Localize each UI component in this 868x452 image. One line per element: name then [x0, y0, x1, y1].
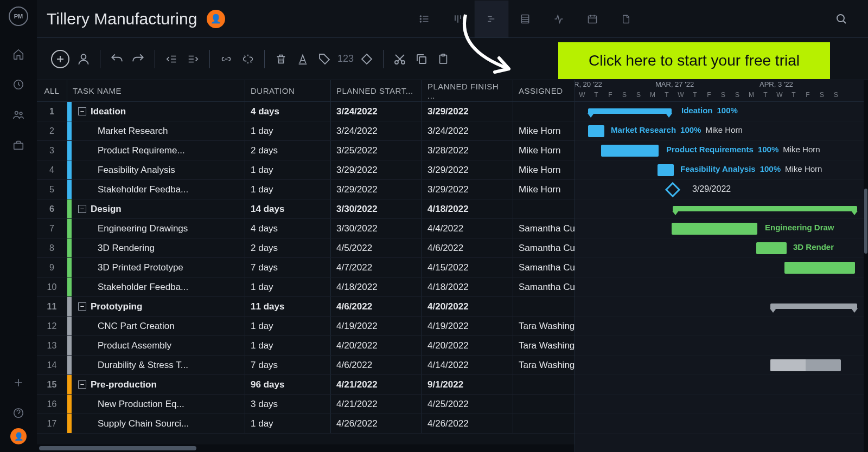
- task-name-cell[interactable]: Engineering Drawings: [72, 219, 245, 238]
- duration-cell[interactable]: 96 days: [245, 375, 331, 394]
- delete-button[interactable]: [270, 48, 292, 70]
- planned-finish-cell[interactable]: 4/25/2022: [422, 395, 513, 414]
- table-row[interactable]: 10 Stakeholder Feedba... 1 day 4/18/2022…: [37, 277, 575, 297]
- gantt-lane[interactable]: [575, 258, 868, 277]
- user-avatar-bottom[interactable]: 👤: [10, 428, 27, 444]
- gantt-lane[interactable]: Engineering Draw: [575, 219, 868, 238]
- planned-finish-cell[interactable]: 3/28/2022: [422, 141, 513, 160]
- user-avatar-header[interactable]: 👤: [207, 10, 225, 28]
- planned-finish-cell[interactable]: 4/14/2022: [422, 356, 513, 374]
- task-name-cell[interactable]: −Prototyping: [72, 297, 245, 316]
- gantt-bar[interactable]: [673, 206, 857, 211]
- duration-cell[interactable]: 11 days: [245, 297, 331, 316]
- gantt-lane[interactable]: Feasibility Analysis100%Mike Horn: [575, 160, 868, 180]
- duration-cell[interactable]: 1 day: [245, 414, 331, 433]
- gantt-lane[interactable]: [575, 395, 868, 414]
- copy-button[interactable]: [411, 48, 432, 70]
- table-row[interactable]: 13 Product Assembly 1 day 4/20/2022 4/20…: [37, 336, 575, 356]
- assigned-cell[interactable]: Tara Washing: [513, 336, 575, 355]
- planned-start-cell[interactable]: 4/6/2022: [331, 297, 422, 316]
- planned-finish-cell[interactable]: 4/4/2022: [422, 219, 513, 238]
- planned-start-cell[interactable]: 4/5/2022: [331, 238, 422, 257]
- gantt-lane[interactable]: Ideation100%: [575, 102, 868, 121]
- add-task-button[interactable]: [51, 50, 69, 68]
- planned-finish-cell[interactable]: 3/29/2022: [422, 160, 513, 179]
- table-row[interactable]: 15 −Pre-production 96 days 4/21/2022 9/1…: [37, 375, 575, 395]
- duration-cell[interactable]: 1 day: [245, 121, 331, 140]
- task-name-cell[interactable]: 3D Rendering: [72, 238, 245, 257]
- gantt-lane[interactable]: [575, 336, 868, 356]
- duration-cell[interactable]: 1 day: [245, 336, 331, 355]
- col-planned-start[interactable]: PLANNED START...: [331, 80, 422, 101]
- assigned-cell[interactable]: [513, 102, 575, 121]
- duration-cell[interactable]: 7 days: [245, 356, 331, 374]
- assigned-cell[interactable]: Samantha Cu: [513, 219, 575, 238]
- col-assigned[interactable]: ASSIGNED: [513, 80, 575, 101]
- table-row[interactable]: 14 Durability & Stress T... 7 days 4/6/2…: [37, 356, 575, 375]
- duration-cell[interactable]: 1 day: [245, 277, 331, 296]
- assigned-cell[interactable]: [513, 375, 575, 394]
- view-activity-icon[interactable]: [542, 1, 576, 37]
- gantt-bar[interactable]: [658, 164, 674, 176]
- view-sheet-icon[interactable]: [508, 1, 542, 37]
- view-gantt-icon[interactable]: [475, 1, 508, 37]
- planned-start-cell[interactable]: 4/6/2022: [331, 356, 422, 374]
- task-name-cell[interactable]: Durability & Stress T...: [72, 356, 245, 374]
- logo-icon[interactable]: PM: [9, 7, 28, 26]
- assigned-cell[interactable]: Mike Horn: [513, 160, 575, 179]
- planned-start-cell[interactable]: 3/24/2022: [331, 121, 422, 140]
- duration-cell[interactable]: 1 day: [245, 180, 331, 199]
- gantt-lane[interactable]: 3/29/2022: [575, 180, 868, 199]
- planned-start-cell[interactable]: 3/29/2022: [331, 180, 422, 199]
- planned-finish-cell[interactable]: 3/24/2022: [422, 121, 513, 140]
- add-icon[interactable]: [8, 372, 29, 393]
- planned-start-cell[interactable]: 4/21/2022: [331, 375, 422, 394]
- gantt-lane[interactable]: 3D Render: [575, 238, 868, 258]
- gantt-lane[interactable]: Product Requirements100%Mike Horn: [575, 141, 868, 160]
- search-icon[interactable]: [825, 1, 858, 37]
- task-name-cell[interactable]: −Ideation: [72, 102, 245, 121]
- planned-start-cell[interactable]: 4/26/2022: [331, 414, 422, 433]
- task-name-cell[interactable]: Stakeholder Feedba...: [72, 277, 245, 296]
- assigned-cell[interactable]: Tara Washing: [513, 317, 575, 335]
- col-task-name[interactable]: TASK NAME: [67, 80, 245, 101]
- collapse-icon[interactable]: −: [78, 205, 86, 213]
- milestone-button[interactable]: [356, 48, 378, 70]
- assigned-cell[interactable]: Mike Horn: [513, 141, 575, 160]
- planned-finish-cell[interactable]: 4/20/2022: [422, 297, 513, 316]
- gantt-bar[interactable]: [588, 108, 672, 114]
- table-row[interactable]: 4 Feasibility Analysis 1 day 3/29/2022 3…: [37, 160, 575, 180]
- view-calendar-icon[interactable]: [576, 1, 609, 37]
- undo-button[interactable]: [106, 48, 127, 70]
- task-name-cell[interactable]: −Design: [72, 199, 245, 218]
- planned-start-cell[interactable]: 4/19/2022: [331, 317, 422, 335]
- vertical-scrollbar[interactable]: [864, 80, 868, 452]
- task-name-cell[interactable]: Supply Chain Sourci...: [72, 414, 245, 433]
- planned-start-cell[interactable]: 3/24/2022: [331, 102, 422, 121]
- duration-cell[interactable]: 14 days: [245, 199, 331, 218]
- collapse-icon[interactable]: −: [78, 107, 86, 115]
- table-row[interactable]: 16 New Production Eq... 3 days 4/21/2022…: [37, 395, 575, 414]
- planned-finish-cell[interactable]: 4/6/2022: [422, 238, 513, 257]
- duration-cell[interactable]: 1 day: [245, 317, 331, 335]
- cut-button[interactable]: [389, 48, 411, 70]
- indent-button[interactable]: [182, 48, 204, 70]
- gantt-lane[interactable]: [575, 277, 868, 297]
- gantt-lane[interactable]: [575, 297, 868, 317]
- task-name-cell[interactable]: CNC Part Creation: [72, 317, 245, 335]
- planned-start-cell[interactable]: 4/7/2022: [331, 258, 422, 277]
- assigned-cell[interactable]: Samantha Cu: [513, 258, 575, 277]
- collapse-icon[interactable]: −: [78, 380, 86, 389]
- gantt-lane[interactable]: [575, 414, 868, 434]
- gantt-bar[interactable]: [770, 304, 857, 309]
- duration-cell[interactable]: 1 day: [245, 160, 331, 179]
- task-name-cell[interactable]: −Pre-production: [72, 375, 245, 394]
- table-row[interactable]: 9 3D Printed Prototype 7 days 4/7/2022 4…: [37, 258, 575, 277]
- view-list-icon[interactable]: [407, 1, 441, 37]
- briefcase-icon[interactable]: [8, 134, 29, 156]
- table-row[interactable]: 17 Supply Chain Sourci... 1 day 4/26/202…: [37, 414, 575, 434]
- planned-finish-cell[interactable]: 3/29/2022: [422, 102, 513, 121]
- assigned-cell[interactable]: Mike Horn: [513, 121, 575, 140]
- gantt-lane[interactable]: [575, 375, 868, 395]
- table-row[interactable]: 6 −Design 14 days 3/30/2022 4/18/2022: [37, 199, 575, 219]
